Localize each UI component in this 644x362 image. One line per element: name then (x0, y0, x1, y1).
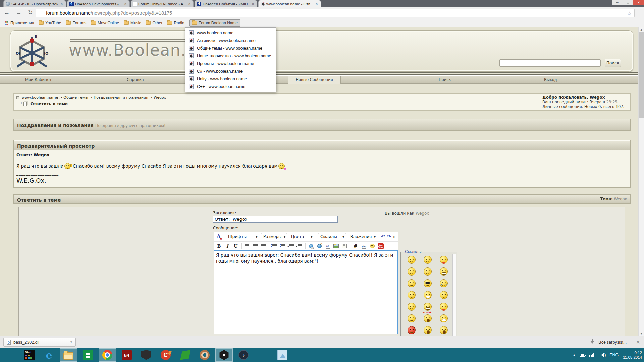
download-item[interactable]: bass_2302.dll ▼ (3, 338, 76, 347)
smiley-slot[interactable] (404, 279, 420, 288)
internet-explorer[interactable]: e (44, 350, 54, 360)
smiley-shrug[interactable] (440, 291, 448, 299)
language-indicator[interactable]: ENG (609, 353, 619, 357)
smiley-slot[interactable] (420, 255, 436, 264)
download-bar-close-icon[interactable]: ✕ (636, 340, 640, 345)
smiley-slot[interactable] (420, 267, 436, 276)
remove-format-icon[interactable]: A (215, 233, 222, 240)
bookmark-menu-item[interactable]: C# - www.boolean.name (185, 67, 276, 75)
smiley-cool[interactable] (424, 279, 432, 287)
windows-store[interactable] (83, 350, 93, 360)
colors-select[interactable]: Цвета▼ (289, 233, 314, 240)
forum-section-title[interactable]: Поздравления и пожелания (17, 123, 94, 128)
bookmark-folder[interactable]: Radio (167, 21, 184, 25)
smiley-slot[interactable] (420, 279, 436, 288)
minimize-button[interactable]: ─ (612, 0, 623, 5)
bookmark-menu-item[interactable]: www.boolean.name (185, 29, 276, 37)
smiley-slot[interactable] (404, 326, 420, 335)
bookmark-folder[interactable]: YouTube (39, 21, 61, 25)
show-all-downloads-link[interactable]: Все загрузки... (598, 340, 627, 345)
browser-tab[interactable]: Forum Unity3D-France • A... × (131, 0, 194, 7)
taskbar-slot[interactable]: ♪ (235, 348, 252, 362)
nav-new-messages[interactable]: Новые Сообщения (288, 76, 341, 84)
aida64[interactable]: 64 (122, 350, 132, 360)
taskbar-slot[interactable] (1, 348, 19, 362)
taskbar-slot[interactable]: Start (21, 348, 38, 362)
smiley-slot[interactable] (436, 314, 452, 323)
bookmark-menu-item[interactable]: C++ - www.boolean.name (185, 83, 276, 90)
bookmark-menu-item[interactable]: Активизм - www.boolean.name (185, 37, 276, 44)
ccleaner[interactable]: C (161, 350, 171, 360)
redo-icon[interactable]: ↷ (387, 234, 391, 240)
youtube-icon[interactable]: YouTube (378, 243, 384, 249)
smiley-laugh[interactable] (424, 291, 432, 299)
private-messages[interactable]: Личные сообщения: Новых 0, всего 107. (542, 104, 631, 109)
taskbar-slot[interactable]: C (157, 348, 174, 362)
bookmark-folder[interactable]: MoveOnline (91, 21, 119, 25)
smiley-slot[interactable] (404, 267, 420, 276)
smiley-slot[interactable] (436, 279, 452, 288)
insert-image-icon[interactable] (333, 243, 339, 249)
smiley-slot[interactable]: .P! SOS (420, 314, 436, 323)
forward-icon[interactable]: → (16, 9, 21, 16)
smilies-scrollbar[interactable] (452, 254, 456, 336)
start-screen-tile[interactable]: Start (24, 350, 35, 360)
browser-tab[interactable]: Un4seen События - 2MID... × (195, 0, 257, 7)
smiley-rolleyes[interactable] (408, 279, 416, 287)
browser-tab[interactable]: SASGIS.ru • Просмотр тем × (3, 0, 66, 7)
bookmark-menu-item[interactable]: Проекты - www.boolean.name (185, 60, 276, 67)
smiley-angry[interactable] (424, 267, 432, 276)
italic-icon[interactable]: I (224, 243, 230, 249)
undo-icon[interactable]: ↶ (381, 234, 385, 240)
smiley-tongue[interactable] (440, 256, 448, 264)
smiley-slot[interactable] (404, 302, 420, 311)
smiley-slot[interactable] (420, 326, 436, 335)
address-bar[interactable]: forum.boolean.name/newreply.php?do=postr… (36, 9, 635, 17)
maximize-button[interactable]: □ (623, 0, 633, 5)
apps-shortcut[interactable]: Приложения (5, 21, 34, 25)
page-scrollbar[interactable]: ▲ ▼ (638, 27, 644, 336)
quote-icon[interactable] (341, 243, 347, 249)
audio-player[interactable]: ♪ (238, 350, 249, 360)
tray-expand-icon[interactable]: ▲ (573, 353, 576, 357)
taskbar-slot[interactable] (60, 348, 77, 362)
insert-email-icon[interactable] (325, 243, 331, 249)
nav-my-cabinet[interactable]: Мой Кабинет (25, 77, 52, 82)
align-left-icon[interactable] (244, 243, 250, 249)
taskbar-slot[interactable] (274, 348, 291, 362)
download-item-menu-icon[interactable]: ▼ (67, 338, 75, 346)
bookmark-menu-item[interactable]: Наше творчество - www.boolean.name (185, 52, 276, 60)
ordered-list-icon[interactable] (272, 243, 278, 249)
align-center-icon[interactable] (252, 243, 258, 249)
scrollbar-thumb[interactable] (639, 32, 644, 118)
smiley-razz[interactable] (440, 303, 448, 311)
smiley-slot[interactable] (436, 291, 452, 299)
start-button[interactable] (5, 350, 15, 360)
underline-icon[interactable]: U (233, 243, 239, 249)
nav-logout[interactable]: Выход (544, 77, 557, 82)
smiley-slot[interactable] (436, 267, 452, 276)
taskbar-slot[interactable] (138, 348, 155, 362)
tab-close-icon[interactable]: × (60, 2, 64, 6)
unordered-list-icon[interactable] (280, 243, 286, 249)
smiley-slot[interactable] (404, 314, 420, 323)
taskbar-slot[interactable] (176, 348, 194, 362)
php-code-icon[interactable] (361, 243, 367, 249)
photo-viewer[interactable] (277, 350, 287, 360)
reload-icon[interactable]: ↻ (28, 9, 33, 16)
taskbar-slot[interactable] (99, 348, 116, 362)
smiley-sos[interactable] (424, 314, 432, 322)
smiley-slot[interactable] (404, 255, 420, 264)
tab-close-icon[interactable]: × (123, 2, 127, 6)
bookmark-folder-open[interactable]: Forum.Boolean.Name (189, 19, 240, 27)
bookmark-menu-item[interactable]: Unity - www.boolean.name (185, 75, 276, 83)
attachments-select[interactable]: Вложения▼ (348, 233, 377, 240)
taskbar-slot[interactable] (254, 348, 272, 362)
smiley-crazy[interactable] (440, 314, 448, 322)
smiley-slot[interactable] (436, 255, 452, 264)
bold-icon[interactable]: B (216, 243, 222, 249)
back-icon[interactable]: ← (4, 9, 10, 16)
tab-close-icon[interactable]: × (187, 2, 191, 6)
smiley-slot[interactable] (436, 326, 452, 335)
scroll-up-icon[interactable]: ▲ (640, 28, 643, 31)
